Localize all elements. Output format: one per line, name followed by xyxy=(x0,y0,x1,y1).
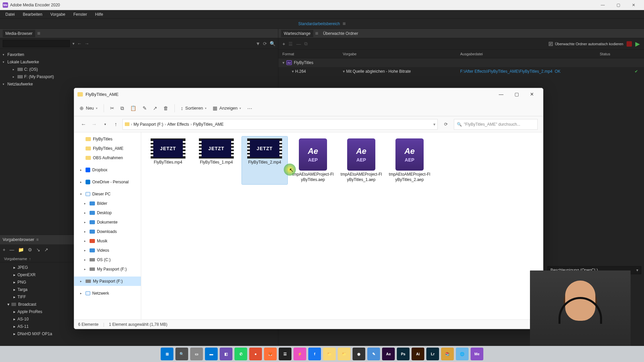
menu-bearbeiten[interactable]: Bearbeiten xyxy=(19,11,46,17)
new-button[interactable]: ⊕Neu▾ xyxy=(79,105,98,111)
taskbar-icon[interactable]: ▬ xyxy=(205,348,218,360)
workspace-menu-icon[interactable]: ≡ xyxy=(342,21,345,27)
sidebar-dropbox[interactable]: ▸Dropbox xyxy=(74,165,141,175)
file-item[interactable]: JETZTFlyByTitles.mp4 xyxy=(145,136,191,184)
taskbar-icon[interactable]: ◧ xyxy=(220,348,232,360)
refresh-button[interactable]: ⟳ xyxy=(440,122,451,127)
more-button[interactable]: ⋯ xyxy=(247,105,252,111)
taskbar-icon[interactable]: 📁 xyxy=(338,348,351,360)
sidebar-pc-passport[interactable]: ▸My Passport (F:) xyxy=(74,264,141,274)
taskbar-icon[interactable]: Lr xyxy=(426,348,439,360)
preset-import-button[interactable]: ↘ xyxy=(36,247,40,252)
taskbar-icon[interactable]: Ps xyxy=(397,348,410,360)
workspace-label[interactable]: Standardarbeitsbereich xyxy=(298,21,340,26)
search-icon[interactable]: 🔍 xyxy=(270,41,275,46)
taskbar-icon[interactable]: 📚 xyxy=(441,348,454,360)
menu-vorgabe[interactable]: Vorgabe xyxy=(47,11,69,17)
file-item[interactable]: JETZTFlyByTitles_1.mp4 xyxy=(194,136,239,184)
taskbar-icon[interactable]: ● xyxy=(249,348,262,360)
breadcrumb-item[interactable]: FlyByTitles_AME xyxy=(193,122,224,127)
ame-maximize-button[interactable]: ▢ xyxy=(610,0,626,10)
tree-drive-f[interactable]: ▸F: (My Passport) xyxy=(0,73,278,80)
sidebar-pc-os-c[interactable]: ▸OS (C:) xyxy=(74,255,141,264)
menu-hilfe[interactable]: Hilfe xyxy=(92,11,106,17)
col-status[interactable]: Status xyxy=(600,52,640,56)
col-format[interactable]: Format xyxy=(282,52,343,56)
queue-add-button[interactable]: + xyxy=(282,41,285,47)
sidebar-pc-bilder[interactable]: ▸Bilder xyxy=(74,199,141,208)
breadcrumb[interactable]: › My Passport (F:)› After Effects› FlyBy… xyxy=(122,119,438,130)
copy-button[interactable]: ⧉ xyxy=(120,105,124,111)
preset-remove-button[interactable]: — xyxy=(9,247,14,252)
browser-path-input[interactable] xyxy=(3,40,70,47)
preset-browser-tab[interactable]: Vorgabenbrowser xyxy=(3,237,34,242)
taskbar-icon[interactable]: ◉ xyxy=(353,348,365,360)
paste-button[interactable]: 📋 xyxy=(130,105,137,111)
breadcrumb-item[interactable]: My Passport (F:) xyxy=(133,122,163,127)
taskbar-icon[interactable]: ▭ xyxy=(190,348,203,360)
refresh-icon[interactable]: ⟳ xyxy=(263,41,267,46)
sidebar-pc-desktop[interactable]: ▸Desktop xyxy=(74,208,141,218)
delete-button[interactable]: 🗑 xyxy=(163,105,168,111)
sidebar-pc-videos[interactable]: ▸Videos xyxy=(74,246,141,255)
nav-up-button[interactable]: ↑ xyxy=(112,121,120,127)
menu-datei[interactable]: Datei xyxy=(2,11,18,17)
preset-column-name[interactable]: Vorgabename xyxy=(4,257,27,261)
preset-folder-button[interactable]: 📁 xyxy=(18,247,24,252)
cut-button[interactable]: ✂ xyxy=(110,105,114,111)
sidebar-this-pc[interactable]: ▾Dieser PC xyxy=(74,189,141,199)
share-button[interactable]: ↗ xyxy=(153,105,157,111)
file-item[interactable]: JETZTFlyByTitles_2.mp4 xyxy=(242,136,287,184)
taskbar-icon[interactable]: 📁 xyxy=(323,348,336,360)
stop-button[interactable] xyxy=(627,41,632,47)
taskbar-icon[interactable]: 🔍 xyxy=(175,348,188,360)
taskbar-icon[interactable]: ☰ xyxy=(279,348,291,360)
sidebar-quick-flybytitles-ame[interactable]: FlyByTitles_AME xyxy=(74,144,141,153)
queue-duplicate-button[interactable]: ⧉ xyxy=(304,41,308,47)
preset-dnxhd[interactable]: ▸DNxHD MXF OP1a xyxy=(0,330,278,338)
taskbar-icon[interactable]: Me xyxy=(471,348,483,360)
taskbar[interactable]: ⊞🔍▭▬◧✆●🦊☰⚡f📁📁◉✎AePsAiLr📚🌐Me xyxy=(0,346,644,362)
sidebar-pc-dokumente[interactable]: ▸Dokumente xyxy=(74,218,141,227)
menu-fenster[interactable]: Fenster xyxy=(70,11,91,17)
breadcrumb-item[interactable]: After Effects xyxy=(167,122,189,127)
play-button[interactable]: ▶ xyxy=(635,40,640,48)
queue-output-path[interactable]: F:\After Effects\FlyByTitles_AME\FlyByTi… xyxy=(460,69,552,74)
queue-item-output[interactable]: ▾H.264 ▾Mit Quelle abgleichen - Hohe Bit… xyxy=(278,67,644,76)
panel-menu-icon[interactable]: ≡ xyxy=(37,31,40,37)
taskbar-icon[interactable]: ⊞ xyxy=(161,348,173,360)
file-item[interactable]: AeAEPtmpAEtoAMEProject-FlyByTitles.aep xyxy=(290,136,336,184)
explorer-file-area[interactable]: JETZTFlyByTitles.mp4JETZTFlyByTitles_1.m… xyxy=(141,132,543,319)
explorer-titlebar[interactable]: FlyByTitles_AME — ▢ ✕ xyxy=(74,88,543,100)
taskbar-icon[interactable]: 🌐 xyxy=(456,348,469,360)
sidebar-quick-obs[interactable]: OBS Aufnahmen xyxy=(74,153,141,163)
sidebar-pc-musik[interactable]: ▸Musik xyxy=(74,236,141,246)
tree-local-drives[interactable]: ▾Lokale Laufwerke xyxy=(0,58,278,66)
browser-forward-icon[interactable]: → xyxy=(85,41,89,46)
file-item[interactable]: AeAEPtmpAEtoAMEProject-FlyByTitles_2.aep xyxy=(387,136,432,184)
file-item[interactable]: AeAEPtmpAEtoAMEProject-FlyByTitles_1.aep xyxy=(338,136,384,184)
ame-close-button[interactable]: ✕ xyxy=(626,0,641,10)
queue-preset-button[interactable]: ☰ xyxy=(288,41,293,47)
queue-tab[interactable]: Warteschlange xyxy=(281,30,313,37)
sidebar-onedrive[interactable]: ▸OneDrive - Personal xyxy=(74,177,141,187)
tree-network-drives[interactable]: ▾Netzlaufwerke xyxy=(0,80,278,88)
nav-forward-button[interactable]: → xyxy=(90,121,98,127)
search-input[interactable]: 🔍 "FlyByTitles_AME" durchsuch... xyxy=(454,119,538,130)
explorer-maximize-button[interactable]: ▢ xyxy=(509,88,524,100)
auto-encode-checkbox[interactable]: ✓Überwachte Ordner automatisch kodieren xyxy=(549,42,623,46)
taskbar-icon[interactable]: f xyxy=(308,348,321,360)
taskbar-icon[interactable]: ⚡ xyxy=(293,348,306,360)
nav-back-button[interactable]: ← xyxy=(79,121,88,127)
rename-button[interactable]: ✎ xyxy=(143,105,147,111)
filter-icon[interactable]: ▼ xyxy=(256,41,260,46)
sidebar-quick-flybytitles[interactable]: FlyByTitles xyxy=(74,134,141,144)
taskbar-icon[interactable]: Ae xyxy=(382,348,395,360)
browser-back-icon[interactable]: ← xyxy=(77,41,82,46)
preset-export-button[interactable]: ↗ xyxy=(44,247,48,252)
tree-favorites[interactable]: ▾Favoriten xyxy=(0,51,278,58)
media-browser-tab[interactable]: Media-Browser xyxy=(3,30,35,37)
col-output[interactable]: Ausgabedatei xyxy=(460,52,600,56)
queue-item-parent[interactable]: ▾ Ae FlyByTitles xyxy=(278,58,644,67)
taskbar-icon[interactable]: ✎ xyxy=(367,348,380,360)
